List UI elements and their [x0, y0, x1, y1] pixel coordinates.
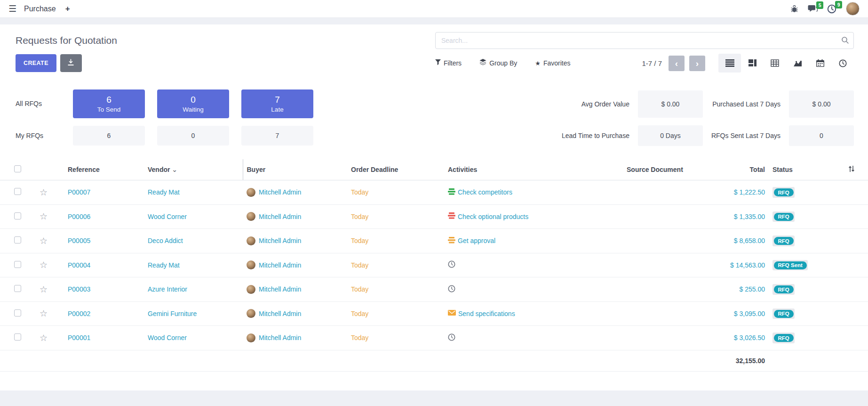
- pager-range: 1-7 / 7: [642, 59, 662, 67]
- user-avatar[interactable]: [846, 2, 860, 16]
- messages-icon[interactable]: 5: [808, 5, 818, 13]
- total-amount: $ 3,026.50: [734, 334, 765, 341]
- column-header-vendor[interactable]: Vendor ⌄: [144, 159, 243, 180]
- pager-previous-button[interactable]: ‹: [669, 56, 685, 71]
- kpi-my-late[interactable]: 7: [241, 126, 313, 146]
- main-content: Requests for Quotation CREATE: [0, 24, 868, 390]
- reference-link[interactable]: P00001: [68, 334, 90, 341]
- reference-link[interactable]: P00002: [68, 310, 90, 317]
- kpi-waiting[interactable]: 0 Waiting: [157, 89, 229, 118]
- kpi-late[interactable]: 7 Late: [241, 89, 313, 118]
- table-row[interactable]: ☆ P00002 Gemini Furniture Mitchell Admin…: [0, 301, 868, 326]
- activity-label[interactable]: Check competitors: [458, 188, 512, 196]
- activity-clock-icon[interactable]: [448, 285, 455, 294]
- view-list-button[interactable]: [718, 54, 741, 73]
- view-calendar-button[interactable]: [809, 54, 831, 73]
- column-header-activities[interactable]: Activities: [444, 159, 623, 180]
- order-deadline: Today: [351, 213, 368, 220]
- kpi-my-waiting[interactable]: 0: [157, 126, 229, 146]
- my-rfqs-label: My RFQs: [16, 132, 61, 139]
- buyer-link[interactable]: Mitchell Admin: [259, 213, 301, 220]
- column-header-source-document[interactable]: Source Document: [623, 159, 722, 180]
- column-header-total[interactable]: Total: [722, 159, 769, 180]
- buyer-link[interactable]: Mitchell Admin: [259, 237, 301, 244]
- row-checkbox[interactable]: [14, 309, 21, 317]
- table-row[interactable]: ☆ P00001 Wood Corner Mitchell Admin Toda…: [0, 326, 868, 350]
- vendor-link[interactable]: Wood Corner: [148, 213, 187, 220]
- view-kanban-button[interactable]: [741, 54, 764, 73]
- order-deadline: Today: [351, 285, 368, 293]
- reference-link[interactable]: P00003: [68, 285, 90, 293]
- view-graph-button[interactable]: [786, 54, 809, 73]
- pager-next-button[interactable]: ›: [689, 56, 705, 71]
- activities-clock-icon[interactable]: 9: [827, 4, 836, 14]
- select-all-checkbox[interactable]: [14, 165, 21, 172]
- table-row[interactable]: ☆ P00004 Ready Mat Mitchell Admin Today …: [0, 253, 868, 277]
- search-icon[interactable]: [841, 36, 849, 46]
- vendor-link[interactable]: Deco Addict: [148, 237, 183, 244]
- vendor-link[interactable]: Azure Interior: [148, 285, 187, 293]
- reference-link[interactable]: P00004: [68, 261, 90, 269]
- row-checkbox[interactable]: [14, 333, 21, 341]
- apps-menu-icon[interactable]: ☰: [8, 4, 16, 13]
- export-button[interactable]: [60, 54, 82, 72]
- activity-list-icon[interactable]: [448, 212, 455, 220]
- favorite-star-icon[interactable]: ☆: [40, 309, 48, 318]
- favorite-star-icon[interactable]: ☆: [40, 333, 48, 343]
- buyer-link[interactable]: Mitchell Admin: [259, 261, 301, 269]
- row-checkbox[interactable]: [14, 188, 21, 195]
- activity-clock-icon[interactable]: [448, 260, 455, 269]
- search-input[interactable]: [435, 32, 854, 49]
- kpi-my-to-send[interactable]: 6: [73, 126, 145, 146]
- reference-link[interactable]: P00006: [68, 213, 90, 220]
- buyer-link[interactable]: Mitchell Admin: [259, 285, 301, 293]
- table-row[interactable]: ☆ P00006 Wood Corner Mitchell Admin Toda…: [0, 204, 868, 229]
- reference-link[interactable]: P00005: [68, 237, 90, 244]
- row-checkbox[interactable]: [14, 261, 21, 268]
- buyer-link[interactable]: Mitchell Admin: [259, 310, 301, 317]
- activity-list-icon[interactable]: [448, 188, 455, 196]
- buyer-link[interactable]: Mitchell Admin: [259, 188, 301, 196]
- favorite-star-icon[interactable]: ☆: [40, 236, 48, 246]
- favorites-button[interactable]: ★ Favorites: [535, 59, 570, 67]
- row-checkbox[interactable]: [14, 212, 21, 219]
- favorite-star-icon[interactable]: ☆: [40, 284, 48, 294]
- table-row[interactable]: ☆ P00007 Ready Mat Mitchell Admin Today …: [0, 180, 868, 205]
- new-tab-plus-button[interactable]: +: [64, 4, 72, 14]
- app-title[interactable]: Purchase: [24, 5, 56, 13]
- debug-bug-icon[interactable]: [790, 5, 798, 13]
- vendor-link[interactable]: Wood Corner: [148, 334, 187, 341]
- filters-button[interactable]: Filters: [435, 59, 462, 67]
- footer-total: 32,155.00: [722, 350, 769, 371]
- activity-label[interactable]: Check optional products: [458, 213, 528, 220]
- view-activity-button[interactable]: [831, 54, 854, 73]
- kpi-to-send[interactable]: 6 To Send: [73, 89, 145, 118]
- activity-envelope-icon[interactable]: [448, 309, 456, 317]
- table-row[interactable]: ☆ P00003 Azure Interior Mitchell Admin T…: [0, 277, 868, 302]
- vendor-link[interactable]: Ready Mat: [148, 261, 180, 269]
- activity-list-icon[interactable]: [448, 237, 455, 245]
- column-header-status[interactable]: Status: [769, 159, 820, 180]
- reference-link[interactable]: P00007: [68, 188, 90, 196]
- vendor-link[interactable]: Ready Mat: [148, 188, 180, 196]
- column-header-order-deadline[interactable]: Order Deadline: [347, 159, 444, 180]
- vendor-link[interactable]: Gemini Furniture: [148, 310, 197, 317]
- activity-label[interactable]: Send specifications: [458, 310, 515, 317]
- create-button[interactable]: CREATE: [16, 54, 56, 72]
- row-checkbox[interactable]: [14, 236, 21, 244]
- column-header-reference[interactable]: Reference: [64, 159, 144, 180]
- table-row[interactable]: ☆ P00005 Deco Addict Mitchell Admin Toda…: [0, 229, 868, 253]
- activity-clock-icon[interactable]: [448, 333, 455, 342]
- activity-label[interactable]: Get approval: [458, 237, 495, 244]
- group-by-button[interactable]: Group By: [479, 59, 517, 67]
- favorite-star-icon[interactable]: ☆: [40, 260, 48, 270]
- favorite-star-icon[interactable]: ☆: [40, 211, 48, 221]
- optional-columns-icon[interactable]: [848, 166, 855, 174]
- stat-lead-time: 0 Days: [638, 125, 703, 146]
- favorite-star-icon[interactable]: ☆: [40, 187, 48, 197]
- column-header-buyer[interactable]: Buyer: [243, 159, 347, 180]
- row-checkbox[interactable]: [14, 285, 21, 292]
- top-navbar: ☰ Purchase + 5 9: [0, 0, 868, 18]
- view-pivot-button[interactable]: [764, 54, 786, 73]
- buyer-link[interactable]: Mitchell Admin: [259, 334, 301, 341]
